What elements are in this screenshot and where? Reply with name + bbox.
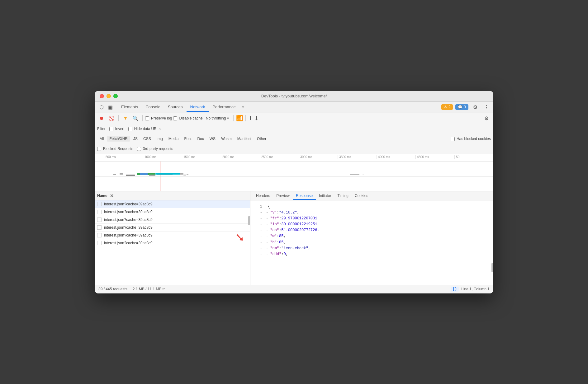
filter-js[interactable]: JS xyxy=(131,136,140,142)
third-party-checkbox[interactable]: 3rd-party requests xyxy=(137,147,173,151)
toolbar-divider-3 xyxy=(233,115,234,121)
warning-badge[interactable]: ⚠ 2 xyxy=(441,104,453,110)
collapse-arrow[interactable]: - xyxy=(266,210,268,216)
collapse-arrow[interactable]: - xyxy=(266,233,268,239)
has-blocked-cookies-checkbox[interactable]: Has blocked cookies xyxy=(451,137,491,141)
response-panel: Headers Preview Response Initiator Timin… xyxy=(250,191,493,285)
hide-data-urls-checkbox[interactable]: Hide data URLs xyxy=(128,127,161,131)
response-scrollbar[interactable] xyxy=(491,263,493,272)
filter-fetch-xhr[interactable]: Fetch/XHR xyxy=(107,136,130,142)
wifi-icon[interactable]: 📶 xyxy=(236,115,243,122)
timeline-svg xyxy=(95,162,493,191)
status-divider xyxy=(130,287,130,291)
record-button[interactable]: ⏺ xyxy=(97,114,106,123)
request-checkbox[interactable] xyxy=(97,218,102,222)
tab-cookies[interactable]: Cookies xyxy=(352,192,371,200)
svg-rect-10 xyxy=(143,162,143,191)
tab-performance[interactable]: Performance xyxy=(209,103,239,112)
window-title: DevTools - tv.youtube.com/welcome/ xyxy=(261,94,327,98)
tab-elements[interactable]: Elements xyxy=(117,103,142,112)
tab-more-button[interactable]: » xyxy=(239,103,247,111)
request-row[interactable]: interest.json?cache=39ac8c9 xyxy=(95,200,250,208)
device-toggle-icon[interactable]: ▣ xyxy=(106,103,115,111)
svg-rect-11 xyxy=(160,162,160,191)
filter-ws[interactable]: WS xyxy=(207,136,218,142)
invert-checkbox[interactable]: Invert xyxy=(109,127,125,131)
tab-initiator[interactable]: Initiator xyxy=(316,192,334,200)
request-checkbox[interactable] xyxy=(97,210,102,214)
timeline-ruler: 500 ms 1000 ms 1500 ms 2000 ms 2500 ms 3… xyxy=(95,154,493,162)
title-bar: DevTools - tv.youtube.com/welcome/ xyxy=(95,91,493,102)
close-requests-panel-icon[interactable]: ✕ xyxy=(110,193,114,198)
request-row[interactable]: interest.json?cache=39ac8c9 xyxy=(95,239,250,247)
traffic-lights xyxy=(100,94,118,98)
collapse-arrow[interactable]: - xyxy=(266,246,268,251)
clear-button[interactable]: 🚫 xyxy=(107,114,116,123)
close-button[interactable] xyxy=(100,94,104,98)
tab-response[interactable]: Response xyxy=(293,192,316,200)
preserve-log-checkbox[interactable]: Preserve log xyxy=(145,116,172,120)
request-name: interest.json?cache=39ac8c9 xyxy=(104,233,153,237)
filter-icon[interactable]: ▼ xyxy=(121,114,130,123)
scrollbar[interactable] xyxy=(248,216,250,225)
request-row[interactable]: interest.json?cache=39ac8c9 xyxy=(95,216,250,224)
inspect-element-icon[interactable]: ⬡ xyxy=(97,103,106,111)
request-name: interest.json?cache=39ac8c9 xyxy=(104,225,153,230)
request-name: interest.json?cache=39ac8c9 xyxy=(104,241,153,245)
requests-panel: Name ✕ interest.json?cache=39ac8c9 inter… xyxy=(95,191,250,285)
toolbar-divider-2 xyxy=(142,115,143,121)
ruler-mark-4500: 4500 ms xyxy=(415,155,454,159)
upload-icon[interactable]: ⬆ xyxy=(248,115,253,122)
collapse-arrow[interactable]: - xyxy=(266,222,268,227)
line-number: - xyxy=(253,227,262,233)
filter-css[interactable]: CSS xyxy=(141,136,154,142)
collapse-arrow[interactable]: - xyxy=(266,227,268,233)
filter-img[interactable]: Img xyxy=(154,136,165,142)
disable-cache-checkbox[interactable]: Disable cache xyxy=(173,116,202,120)
filter-media[interactable]: Media xyxy=(166,136,181,142)
filter-other[interactable]: Other xyxy=(254,136,269,142)
maximize-button[interactable] xyxy=(113,94,118,98)
json-line: - - "h": 85, xyxy=(250,240,493,246)
ruler-mark-2500: 2500 ms xyxy=(260,155,299,159)
request-row[interactable]: interest.json?cache=39ac8c9 xyxy=(95,208,250,216)
filter-all[interactable]: All xyxy=(97,136,106,142)
throttle-select[interactable]: No throttling ▾ xyxy=(204,115,231,121)
message-badge[interactable]: 💬 3 xyxy=(455,104,468,110)
download-icon[interactable]: ⬇ xyxy=(254,115,259,122)
filter-doc[interactable]: Doc xyxy=(195,136,206,142)
timeline-chart[interactable] xyxy=(95,162,493,191)
request-checkbox[interactable] xyxy=(97,233,102,237)
filter-manifest[interactable]: Manifest xyxy=(235,136,254,142)
blocked-requests-checkbox[interactable]: Blocked Requests xyxy=(97,147,133,151)
svg-rect-16 xyxy=(363,175,364,175)
search-icon[interactable]: 🔍 xyxy=(131,114,140,123)
network-toolbar: ⏺ 🚫 ▼ 🔍 Preserve log Disable cache No th… xyxy=(95,113,493,124)
tab-sources[interactable]: Sources xyxy=(164,103,187,112)
svg-rect-14 xyxy=(187,174,188,175)
tab-preview[interactable]: Preview xyxy=(273,192,293,200)
tab-timing[interactable]: Timing xyxy=(334,192,352,200)
filter-font[interactable]: Font xyxy=(182,136,194,142)
tab-console[interactable]: Console xyxy=(142,103,164,112)
tab-headers[interactable]: Headers xyxy=(253,192,273,200)
filter-wasm[interactable]: Wasm xyxy=(219,136,234,142)
pretty-print-button[interactable]: {} xyxy=(451,287,459,292)
request-checkbox[interactable] xyxy=(97,225,102,230)
tab-network[interactable]: Network xyxy=(187,103,209,112)
more-options-icon[interactable]: ⋮ xyxy=(482,103,491,111)
settings-icon[interactable]: ⚙ xyxy=(471,103,480,111)
collapse-arrow[interactable]: - xyxy=(266,240,268,246)
network-settings-icon[interactable]: ⚙ xyxy=(482,114,491,123)
json-line: - - "op": 51.0000020772726, xyxy=(250,227,493,233)
request-row[interactable]: interest.json?cache=39ac8c9 xyxy=(95,224,250,232)
line-number: - xyxy=(253,240,262,246)
line-number: - xyxy=(253,222,262,227)
collapse-arrow[interactable]: - xyxy=(266,216,268,222)
collapse-arrow[interactable]: - xyxy=(266,251,268,257)
request-row[interactable]: interest.json?cache=39ac8c9 xyxy=(95,232,250,239)
request-checkbox[interactable] xyxy=(97,202,102,206)
request-checkbox[interactable] xyxy=(97,241,102,245)
ruler-mark-4000: 4000 ms xyxy=(377,155,415,159)
minimize-button[interactable] xyxy=(107,94,111,98)
